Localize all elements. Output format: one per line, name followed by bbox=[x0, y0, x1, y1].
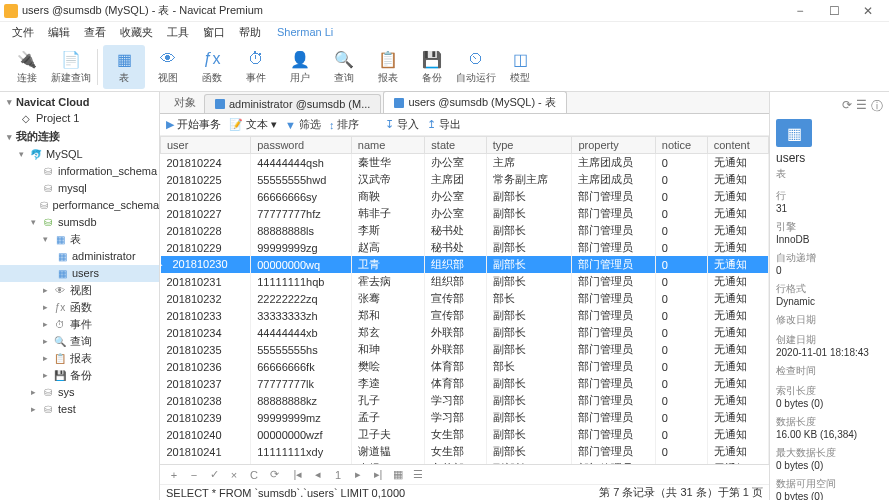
grid-action-C[interactable]: C bbox=[246, 467, 262, 483]
col-notice[interactable]: notice bbox=[655, 137, 707, 154]
table-row[interactable]: 20181023777777777lk李逵体育部副部长部门管理员0无通知 bbox=[161, 375, 769, 392]
app-icon bbox=[4, 4, 18, 18]
nav-myconn-header[interactable]: ▾我的连接 bbox=[0, 127, 159, 146]
nav-db-test[interactable]: ▸⛁test bbox=[0, 401, 159, 418]
col-content[interactable]: content bbox=[707, 137, 768, 154]
minimize-button[interactable]: − bbox=[783, 0, 817, 22]
col-user[interactable]: user bbox=[161, 137, 251, 154]
nav-folder-函数[interactable]: ▸ƒx函数 bbox=[0, 299, 159, 316]
import-button[interactable]: ↧导入 bbox=[385, 117, 419, 132]
table-row[interactable]: 20181024111111111xdy谢道韫女生部副部长部门管理员0无通知 bbox=[161, 443, 769, 460]
data-grid[interactable]: userpasswordnamestatetypepropertynoticec… bbox=[160, 136, 769, 464]
maximize-button[interactable]: ☐ bbox=[817, 0, 851, 22]
nav-folder-事件[interactable]: ▸⏱事件 bbox=[0, 316, 159, 333]
props-menu-icon[interactable]: ☰ bbox=[856, 98, 867, 115]
col-password[interactable]: password bbox=[251, 137, 352, 154]
table-row[interactable]: 20181022666666666sy商鞅办公室副部长部门管理员0无通知 bbox=[161, 188, 769, 205]
nav-folder-视图[interactable]: ▸👁视图 bbox=[0, 282, 159, 299]
nav-folder-报表[interactable]: ▸📋报表 bbox=[0, 350, 159, 367]
tab-users @sumsdb (MySQL) - 表[interactable]: users @sumsdb (MySQL) - 表 bbox=[383, 91, 566, 113]
tool-备份[interactable]: 💾备份 bbox=[411, 45, 453, 89]
menu-5[interactable]: 窗口 bbox=[197, 23, 231, 42]
table-row[interactable]: 20181023222222222zq张骞宣传部部长部门管理员0无通知 bbox=[161, 290, 769, 307]
menu-2[interactable]: 查看 bbox=[78, 23, 112, 42]
page-next-button[interactable]: ▸ bbox=[350, 467, 366, 483]
nav-table-administrator[interactable]: ▦administrator bbox=[0, 248, 159, 265]
grid-view-button[interactable]: ☰ bbox=[410, 467, 426, 483]
tool-查询[interactable]: 🔍查询 bbox=[323, 45, 365, 89]
prop-value: 0 bytes (0) bbox=[776, 491, 883, 500]
page-first-button[interactable]: |◂ bbox=[290, 467, 306, 483]
grid-action-×[interactable]: × bbox=[226, 467, 242, 483]
props-info-icon[interactable]: ⓘ bbox=[871, 98, 883, 115]
current-user[interactable]: Sherman Li bbox=[271, 24, 339, 40]
table-row[interactable]: 20181022444444444qsh秦世华办公室主席主席团成员0无通知 bbox=[161, 154, 769, 172]
begin-transaction-button[interactable]: ▶开始事务 bbox=[166, 117, 221, 132]
tab-objects-label[interactable]: 对象 bbox=[166, 92, 204, 113]
nav-db-sys[interactable]: ▸⛁sys bbox=[0, 384, 159, 401]
nav-table-users[interactable]: ▦users bbox=[0, 265, 159, 282]
tool-函数[interactable]: ƒx函数 bbox=[191, 45, 233, 89]
nav-db-sumsdb[interactable]: ▾⛁sumsdb bbox=[0, 214, 159, 231]
tool-模型[interactable]: ◫模型 bbox=[499, 45, 541, 89]
page-prev-button[interactable]: ◂ bbox=[310, 467, 326, 483]
nav-db-information_schema[interactable]: ⛁information_schema bbox=[0, 163, 159, 180]
tool-新建查询[interactable]: 📄新建查询 bbox=[50, 45, 92, 89]
table-row[interactable]: 20181022888888888ls李斯秘书处副部长部门管理员0无通知 bbox=[161, 222, 769, 239]
nav-conn-mysql[interactable]: ▾🐬MySQL bbox=[0, 146, 159, 163]
table-row[interactable]: 20181024222222222ly李煜文艺部副部长部门管理员0无通知 bbox=[161, 460, 769, 464]
col-type[interactable]: type bbox=[486, 137, 572, 154]
navigation-tree: ▾Navicat Cloud ◇Project 1 ▾我的连接 ▾🐬MySQL … bbox=[0, 92, 160, 500]
nav-cloud-header[interactable]: ▾Navicat Cloud bbox=[0, 94, 159, 110]
props-refresh-icon[interactable]: ⟳ bbox=[842, 98, 852, 115]
table-row[interactable]: 20181023666666666fk樊哙体育部部长部门管理员0无通知 bbox=[161, 358, 769, 375]
table-row[interactable]: 20181023999999999mz孟子学习部副部长部门管理员0无通知 bbox=[161, 409, 769, 426]
tool-视图[interactable]: 👁视图 bbox=[147, 45, 189, 89]
tool-自动运行[interactable]: ⏲自动运行 bbox=[455, 45, 497, 89]
tab-administrator @sumsdb (M...[interactable]: administrator @sumsdb (M... bbox=[204, 94, 381, 113]
table-row[interactable]: 20181023333333333zh郑和宣传部副部长部门管理员0无通知 bbox=[161, 307, 769, 324]
table-row[interactable]: 20181023444444444xb郑玄外联部副部长部门管理员0无通知 bbox=[161, 324, 769, 341]
menu-6[interactable]: 帮助 bbox=[233, 23, 267, 42]
tool-事件[interactable]: ⏱事件 bbox=[235, 45, 277, 89]
sort-button[interactable]: ↕排序 bbox=[329, 117, 360, 132]
nav-folder-备份[interactable]: ▸💾备份 bbox=[0, 367, 159, 384]
grid-action-+[interactable]: + bbox=[166, 467, 182, 483]
export-button[interactable]: ↥导出 bbox=[427, 117, 461, 132]
menu-0[interactable]: 文件 bbox=[6, 23, 40, 42]
tool-连接[interactable]: 🔌连接 bbox=[6, 45, 48, 89]
tool-用户[interactable]: 👤用户 bbox=[279, 45, 321, 89]
table-row[interactable]: 20181022999999999zg赵高秘书处副部长部门管理员0无通知 bbox=[161, 239, 769, 256]
col-state[interactable]: state bbox=[425, 137, 486, 154]
col-name[interactable]: name bbox=[351, 137, 425, 154]
table-row[interactable]: ▸20181023000000000wq卫青组织部副部长部门管理员0无通知 bbox=[161, 256, 769, 273]
table-row[interactable]: 20181024000000000wzf卫子夫女生部副部长部门管理员0无通知 bbox=[161, 426, 769, 443]
page-num: 1 bbox=[330, 467, 346, 483]
table-row[interactable]: 20181022777777777hfz韩非子办公室副部长部门管理员0无通知 bbox=[161, 205, 769, 222]
filter-button[interactable]: ▼筛选 bbox=[285, 117, 321, 132]
page-last-button[interactable]: ▸| bbox=[370, 467, 386, 483]
menu-1[interactable]: 编辑 bbox=[42, 23, 76, 42]
menu-3[interactable]: 收藏夹 bbox=[114, 23, 159, 42]
nav-tables-folder[interactable]: ▾▦表 bbox=[0, 231, 159, 248]
table-row[interactable]: 20181023555555555hs和珅外联部副部长部门管理员0无通知 bbox=[161, 341, 769, 358]
close-button[interactable]: ✕ bbox=[851, 0, 885, 22]
报表-icon: 📋 bbox=[377, 48, 399, 70]
视图-icon: 👁 bbox=[157, 48, 179, 70]
nav-project[interactable]: ◇Project 1 bbox=[0, 110, 159, 127]
table-row[interactable]: 20181023111111111hqb霍去病组织部副部长部门管理员0无通知 bbox=[161, 273, 769, 290]
nav-db-mysql[interactable]: ⛁mysql bbox=[0, 180, 159, 197]
grid-action-⟳[interactable]: ⟳ bbox=[266, 467, 282, 483]
tool-报表[interactable]: 📋报表 bbox=[367, 45, 409, 89]
grid-action-✓[interactable]: ✓ bbox=[206, 467, 222, 483]
nav-db-performance_schema[interactable]: ⛁performance_schema bbox=[0, 197, 159, 214]
table-row[interactable]: 20181023888888888kz孔子学习部副部长部门管理员0无通知 bbox=[161, 392, 769, 409]
grid-settings-button[interactable]: ▦ bbox=[390, 467, 406, 483]
tool-表[interactable]: ▦表 bbox=[103, 45, 145, 89]
nav-folder-查询[interactable]: ▸🔍查询 bbox=[0, 333, 159, 350]
menu-4[interactable]: 工具 bbox=[161, 23, 195, 42]
grid-action-−[interactable]: − bbox=[186, 467, 202, 483]
col-property[interactable]: property bbox=[572, 137, 655, 154]
table-row[interactable]: 20181022555555555hwd汉武帝主席团常务副主席主席团成员0无通知 bbox=[161, 171, 769, 188]
text-mode-button[interactable]: 📝文本 ▾ bbox=[229, 117, 277, 132]
